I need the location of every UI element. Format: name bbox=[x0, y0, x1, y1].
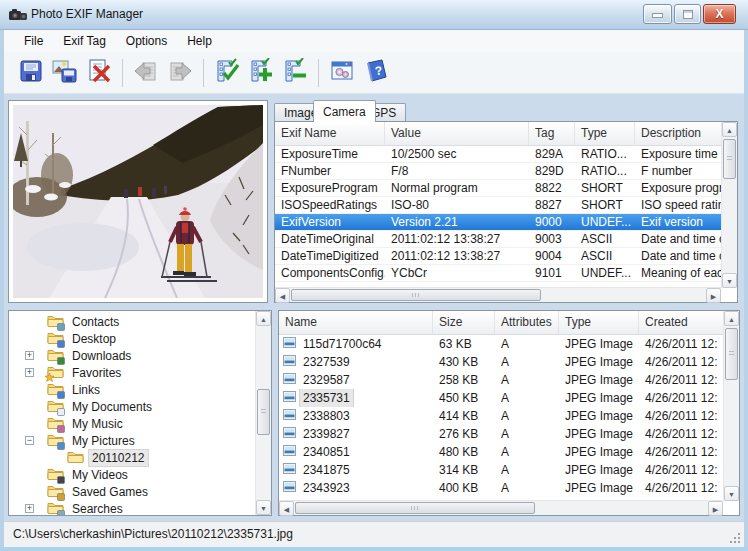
tree-vertical-scrollbar[interactable]: ▲ ▼ bbox=[255, 311, 271, 515]
tree-item-label: Desktop bbox=[69, 331, 119, 347]
file-row-115d71700c64[interactable]: 115d71700c6463 KBAJPEG Image4/26/2011 12… bbox=[279, 335, 723, 353]
scroll-right-icon[interactable]: ▶ bbox=[706, 288, 721, 303]
file-size-cell: 480 KB bbox=[433, 443, 495, 461]
file-type-cell: JPEG Image bbox=[559, 407, 639, 425]
window-border-left bbox=[0, 30, 4, 551]
links-folder-icon bbox=[47, 381, 64, 398]
column-header-description[interactable]: Description bbox=[635, 122, 721, 145]
tree-item-searches[interactable]: +Searches bbox=[9, 500, 255, 515]
photo-preview bbox=[13, 105, 263, 298]
toolbar-separator bbox=[122, 59, 123, 87]
restore-button[interactable] bbox=[674, 4, 701, 24]
file-row-2340851[interactable]: 2340851480 KBAJPEG Image4/26/2011 12: bbox=[279, 443, 723, 461]
expand-plus-icon[interactable]: + bbox=[25, 504, 34, 513]
tree-item-saved-games[interactable]: Saved Games bbox=[9, 483, 255, 500]
tree-item-links[interactable]: Links bbox=[9, 381, 255, 398]
file-attributes-cell: A bbox=[495, 389, 559, 407]
exif-row-isospeedratings[interactable]: ISOSpeedRatingsISO-808827SHORTISO speed … bbox=[275, 197, 721, 214]
exif-vscroll-thumb[interactable] bbox=[723, 139, 736, 179]
tree-item-favorites[interactable]: +Favorites bbox=[9, 364, 255, 381]
scroll-up-icon[interactable]: ▲ bbox=[722, 122, 737, 137]
file-row-2329587[interactable]: 2329587258 KBAJPEG Image4/26/2011 12: bbox=[279, 371, 723, 389]
column-header-value[interactable]: Value bbox=[385, 122, 529, 145]
expand-plus-icon[interactable]: + bbox=[25, 368, 34, 377]
tree-item-my-music[interactable]: My Music bbox=[9, 415, 255, 432]
exif-row-datetimeoriginal[interactable]: DateTimeOriginal2011:02:12 13:38:279003A… bbox=[275, 231, 721, 248]
column-header-attributes[interactable]: Attributes bbox=[495, 311, 559, 334]
exif-row-exposureprogram[interactable]: ExposureProgramNormal program8822SHORTEx… bbox=[275, 180, 721, 197]
delete-exif-button[interactable] bbox=[82, 56, 115, 90]
exif-row-componentsconfig-[interactable]: ComponentsConfig...YCbCr9101UNDEF...Mean… bbox=[275, 265, 721, 282]
file-row-2343923[interactable]: 2343923400 KBAJPEG Image4/26/2011 12: bbox=[279, 479, 723, 497]
expand-plus-icon[interactable]: + bbox=[25, 351, 34, 360]
scroll-left-icon[interactable]: ◀ bbox=[279, 501, 294, 516]
file-row-2338803[interactable]: 2338803414 KBAJPEG Image4/26/2011 12: bbox=[279, 407, 723, 425]
file-row-2335731[interactable]: 2335731450 KBAJPEG Image4/26/2011 12: bbox=[279, 389, 723, 407]
file-type-cell: JPEG Image bbox=[559, 443, 639, 461]
exif-table: Exif Name Value Tag Type Description Exp… bbox=[274, 121, 738, 303]
column-header-tag[interactable]: Tag bbox=[529, 122, 575, 145]
exif-row-exposuretime[interactable]: ExposureTime10/2500 sec829ARATIO...Expos… bbox=[275, 146, 721, 163]
tab-camera[interactable]: Camera bbox=[313, 100, 376, 122]
scroll-down-icon[interactable]: ▼ bbox=[722, 273, 737, 288]
tree-item-label: Saved Games bbox=[69, 484, 151, 500]
exif-horizontal-scrollbar[interactable]: ◀ ▶ bbox=[275, 287, 721, 302]
scroll-up-icon[interactable]: ▲ bbox=[256, 311, 271, 326]
file-row-2327539[interactable]: 2327539430 KBAJPEG Image4/26/2011 12: bbox=[279, 353, 723, 371]
save-button[interactable] bbox=[14, 56, 47, 90]
files-vscroll-thumb[interactable] bbox=[725, 328, 738, 380]
menu-item-file[interactable]: File bbox=[14, 30, 53, 52]
column-header-type[interactable]: Type bbox=[575, 122, 635, 145]
menu-item-help[interactable]: Help bbox=[177, 30, 222, 52]
menu-item-exif-tag[interactable]: Exif Tag bbox=[53, 30, 115, 52]
files-hscroll-thumb[interactable] bbox=[295, 502, 535, 514]
exif-vertical-scrollbar[interactable]: ▲ ▼ bbox=[721, 122, 737, 288]
minimize-button[interactable] bbox=[643, 4, 672, 24]
column-header-exif-name[interactable]: Exif Name bbox=[275, 122, 385, 145]
scroll-left-icon[interactable]: ◀ bbox=[275, 288, 290, 303]
file-type-cell: JPEG Image bbox=[559, 479, 639, 497]
collapse-minus-icon[interactable]: − bbox=[25, 436, 34, 445]
column-header-name[interactable]: Name bbox=[279, 311, 433, 334]
scroll-right-icon[interactable]: ▶ bbox=[708, 501, 723, 516]
tree-item-my-videos[interactable]: My Videos bbox=[9, 466, 255, 483]
tree-item-label: My Documents bbox=[69, 399, 155, 415]
file-size-cell: 258 KB bbox=[433, 371, 495, 389]
scroll-down-icon[interactable]: ▼ bbox=[724, 486, 739, 501]
save-image-button[interactable] bbox=[48, 56, 81, 90]
file-created-cell: 4/26/2011 12: bbox=[639, 371, 723, 389]
files-vertical-scrollbar[interactable]: ▲ ▼ bbox=[723, 311, 739, 501]
files-horizontal-scrollbar[interactable]: ◀ ▶ bbox=[279, 500, 723, 515]
column-header-size[interactable]: Size bbox=[433, 311, 495, 334]
tree-item-my-documents[interactable]: My Documents bbox=[9, 398, 255, 415]
help-button[interactable]: ? bbox=[359, 56, 392, 90]
scroll-up-icon[interactable]: ▲ bbox=[724, 311, 739, 326]
column-header-created[interactable]: Created bbox=[639, 311, 723, 334]
options-button[interactable] bbox=[325, 56, 358, 90]
exif-row-fnumber[interactable]: FNumberF/8829DRATIO...F number bbox=[275, 163, 721, 180]
remove-tag-button[interactable] bbox=[278, 56, 311, 90]
add-tag-button[interactable] bbox=[244, 56, 277, 90]
tree-item-desktop[interactable]: Desktop bbox=[9, 330, 255, 347]
tree-item-20110212[interactable]: 20110212 bbox=[9, 449, 255, 466]
tree-item-downloads[interactable]: +Downloads bbox=[9, 347, 255, 364]
close-button[interactable] bbox=[703, 4, 736, 24]
column-header-type[interactable]: Type bbox=[559, 311, 639, 334]
exif-row-datetimedigitized[interactable]: DateTimeDigitized2011:02:12 13:38:279004… bbox=[275, 248, 721, 265]
file-row-2341875[interactable]: 2341875314 KBAJPEG Image4/26/2011 12: bbox=[279, 461, 723, 479]
exif-cell: ISOSpeedRatings bbox=[275, 197, 385, 213]
file-row-2339827[interactable]: 2339827276 KBAJPEG Image4/26/2011 12: bbox=[279, 425, 723, 443]
tree-item-contacts[interactable]: Contacts bbox=[9, 313, 255, 330]
exif-hscroll-thumb[interactable] bbox=[291, 289, 541, 301]
apply-tags-button[interactable] bbox=[210, 56, 243, 90]
scroll-down-icon[interactable]: ▼ bbox=[256, 500, 271, 515]
tree-item-my-pictures[interactable]: −My Pictures bbox=[9, 432, 255, 449]
tree-vscroll-thumb[interactable] bbox=[257, 389, 270, 435]
exif-cell: 8822 bbox=[529, 180, 575, 196]
resize-grip[interactable] bbox=[738, 541, 740, 543]
exif-row-exifversion[interactable]: ExifVersionVersion 2.219000UNDEF...Exif … bbox=[275, 214, 721, 231]
tree-item-label: My Videos bbox=[69, 467, 131, 483]
client-area: Image Camera GPS Exif Name Value Tag Typ… bbox=[4, 94, 744, 521]
toolbar-separator bbox=[318, 59, 319, 87]
menu-item-options[interactable]: Options bbox=[116, 30, 177, 52]
